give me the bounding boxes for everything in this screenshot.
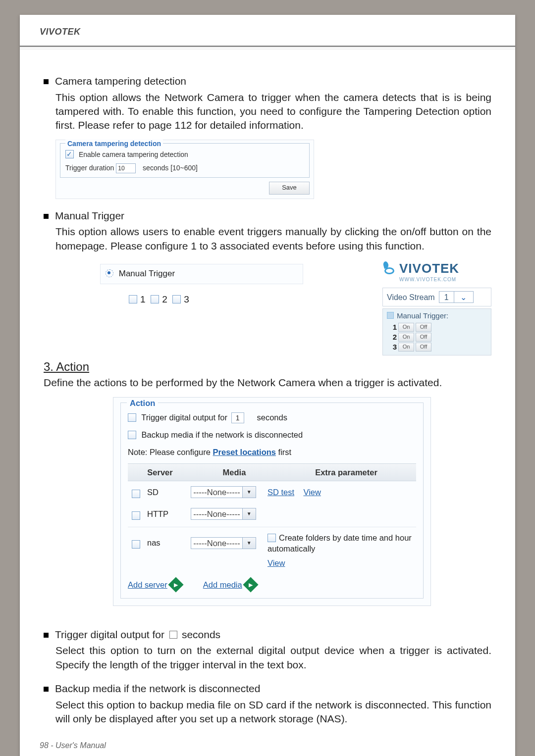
input-trigger-seconds[interactable]: 1 (231, 412, 244, 423)
label-mt-1: 1 (140, 294, 146, 304)
mt-on-2[interactable]: On (398, 333, 414, 342)
lead-camera-tampering: Camera tampering detection (55, 75, 186, 87)
select-nas-media[interactable]: -----None-----▼ (191, 537, 256, 549)
bullet-trigger-digital: Trigger digital output for seconds (44, 628, 491, 642)
link-preset-locations[interactable]: Preset locations (213, 448, 276, 456)
checkbox-enable-tampering[interactable] (65, 150, 74, 158)
action-row-http: HTTP -----None-----▼ (128, 503, 416, 525)
legend-tampering: Camera tampering detection (65, 139, 163, 149)
select-http-media[interactable]: -----None-----▼ (191, 508, 256, 520)
page: VIVOTEK Camera tampering detection This … (20, 15, 515, 756)
body-camera-tampering: This option allows the Network Camera to… (55, 91, 491, 133)
label-mt-2: 2 (162, 294, 167, 304)
section-action-heading: 3. Action (44, 359, 491, 375)
header-band: VIVOTEK (20, 15, 515, 43)
checkbox-trigger-digital[interactable] (128, 413, 136, 422)
vivotek-side-panel: VIVOTEK WWW.VIVOTEK.COM Video Stream 1 ⌄… (382, 260, 491, 344)
checkbox-sd[interactable] (132, 490, 140, 498)
action-row-nas: nas -----None-----▼ Create folders by da… (128, 527, 416, 573)
fieldset-action: Action Trigger digital output for 1 seco… (120, 403, 424, 599)
label-mt-3: 3 (184, 294, 189, 304)
vivotek-logo-text: VIVOTEK (399, 260, 459, 277)
checkbox-create-folders[interactable] (268, 534, 276, 542)
mt-num-2: 2 (390, 332, 397, 342)
mt-on-1[interactable]: On (398, 323, 414, 332)
checkbox-backup-media[interactable] (128, 431, 136, 439)
bullet-manual-trigger: Manual Trigger (44, 209, 491, 223)
section-action-intro: Define the actions to be performed by th… (44, 376, 491, 390)
video-stream-value: 1 (439, 292, 454, 303)
label-create-folders: Create folders by date time and hour aut… (268, 533, 412, 553)
mt-off-1[interactable]: Off (416, 323, 431, 332)
mt-num-1: 1 (390, 322, 397, 332)
mt-off-2[interactable]: Off (416, 333, 431, 342)
vivotek-url: WWW.VIVOTEK.COM (399, 276, 491, 283)
bullet-square-icon (44, 79, 49, 84)
hdr-extra: Extra parameter (276, 464, 416, 481)
link-nas-view[interactable]: View (268, 558, 285, 567)
brand: VIVOTEK (40, 26, 495, 38)
label-sd: SD (147, 487, 159, 498)
bullet-square-icon (44, 633, 49, 638)
link-sd-view[interactable]: View (303, 488, 321, 497)
checkbox-mt-2[interactable] (151, 295, 159, 303)
header-rule (20, 46, 515, 47)
mt-off-3[interactable]: Off (416, 343, 431, 352)
action-row-sd: SD -----None-----▼ SD test View (128, 481, 416, 503)
hdr-server: Server (128, 464, 192, 481)
label-trigger-post: seconds (257, 413, 287, 422)
link-sd-test[interactable]: SD test (268, 488, 294, 497)
note-post: first (276, 448, 291, 456)
lead-backup-media: Backup media if the network is disconnec… (55, 683, 260, 694)
action-panel: Action Trigger digital output for 1 seco… (113, 397, 431, 606)
suffix-trigdur: seconds [10~600] (143, 164, 198, 172)
mt-num-3: 3 (390, 342, 397, 352)
body-backup-media: Select this option to backup media file … (55, 698, 491, 726)
select-nas-media-value: -----None----- (191, 538, 242, 549)
save-button[interactable]: Save (269, 182, 310, 195)
row-trigdur: Trigger duration 10 seconds [10~600] (65, 163, 304, 173)
checkbox-http[interactable] (132, 511, 140, 520)
checkbox-mt-1[interactable] (129, 295, 137, 303)
chevron-down-icon: ⌄ (454, 292, 473, 302)
add-media-button[interactable]: Add media (203, 579, 256, 590)
body-trigger-digital: Select this option to turn on the extern… (55, 644, 491, 672)
hdr-media: Media (192, 464, 276, 481)
action-table: Server Media Extra parameter SD -----Non… (128, 463, 416, 573)
label-http: HTTP (147, 508, 168, 519)
add-server-button[interactable]: Add server (128, 579, 181, 590)
radio-manual-trigger[interactable] (106, 269, 113, 277)
chevron-down-icon: ▼ (242, 508, 256, 519)
vivotek-mark-icon (382, 261, 396, 275)
checkbox-nas[interactable] (132, 540, 140, 549)
action-bottom-buttons: Add server Add media (128, 579, 416, 590)
fieldset-tampering: Camera tampering detection Enable camera… (60, 143, 310, 178)
row-note: Note: Please configure Preset locations … (128, 447, 416, 457)
vivotek-logo: VIVOTEK (382, 260, 491, 277)
select-sd-media-value: -----None----- (191, 487, 242, 498)
manual-trigger-row: Manual Trigger 1 2 3 VIVOTEK WWW.VIVOTEK… (55, 260, 491, 344)
mt-on-3[interactable]: On (398, 343, 414, 352)
checkbox-mt-3[interactable] (172, 295, 181, 303)
mt-row-2: 2OnOff (390, 332, 487, 342)
blank-box-icon (169, 631, 177, 639)
input-trigdur[interactable]: 10 (116, 163, 136, 173)
bullet-backup-media: Backup media if the network is disconnec… (44, 682, 491, 696)
video-stream-select[interactable]: 1 ⌄ (439, 291, 474, 303)
lead-trigger-digital-pre: Trigger digital output for (55, 629, 167, 640)
manual-trigger-left: Manual Trigger 1 2 3 (55, 260, 303, 306)
arrow-hex-icon (168, 577, 183, 592)
body-manual-trigger: This option allows users to enable event… (55, 225, 491, 253)
add-server-label: Add server (128, 579, 167, 590)
manual-trigger-option: Manual Trigger (100, 264, 303, 284)
select-sd-media[interactable]: -----None-----▼ (191, 486, 256, 498)
video-stream-row: Video Stream 1 ⌄ (382, 288, 491, 306)
screenshot-tampering-panel: Camera tampering detection Enable camera… (55, 140, 314, 199)
page-footer: 98 - User's Manual (40, 740, 106, 751)
manual-trigger-side: Manual Trigger: 1OnOff 2OnOff 3OnOff (382, 308, 491, 355)
label-manual-trigger: Manual Trigger (119, 269, 175, 278)
video-stream-label: Video Stream (387, 292, 435, 303)
row-nas-extra-top: Create folders by date time and hour aut… (268, 532, 414, 554)
select-http-media-value: -----None----- (191, 508, 242, 519)
action-table-header: Server Media Extra parameter (128, 463, 416, 481)
